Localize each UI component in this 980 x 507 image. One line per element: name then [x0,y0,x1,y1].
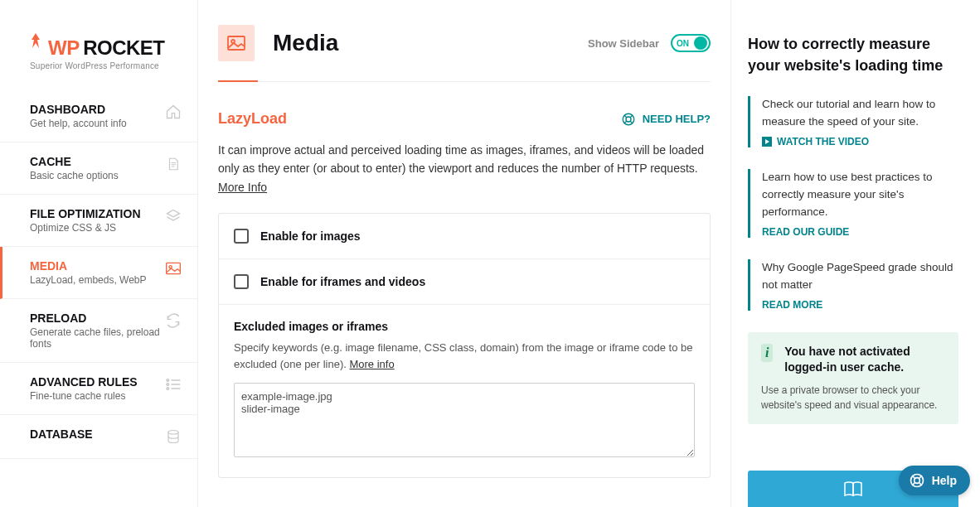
nav-sub: Optimize CSS & JS [30,222,164,234]
nav-advanced-rules[interactable]: ADVANCED RULESFine-tune cache rules [0,363,197,415]
page-title: Media [273,30,338,56]
enable-images-label: Enable for images [260,229,361,243]
nav-title: DATABASE [30,427,164,441]
lifebuoy-icon [621,112,636,127]
right-sidebar: How to correctly measure your website's … [731,0,980,507]
media-icon [218,25,255,61]
logo-rocket: ROCKET [83,36,164,59]
logo: WP ROCKET Superior WordPress Performance [0,0,197,90]
card-text: Why Google PageSpeed grade should not ma… [762,259,958,294]
tutorial-card: Check our tutorial and learn how to meas… [748,96,958,147]
enable-images-checkbox[interactable] [234,229,249,244]
nav-dashboard[interactable]: DASHBOARDGet help, account info [0,90,197,142]
nav-title: FILE OPTIMIZATION [30,207,164,220]
enable-iframes-row: Enable for iframes and videos [219,259,710,305]
more-info-link[interactable]: More Info [218,181,267,194]
sidebar-toggle[interactable]: ON [671,34,711,52]
nav-media[interactable]: MEDIALazyLoad, embeds, WebP [0,247,197,299]
excluded-block: Excluded images or iframes Specify keywo… [219,305,710,477]
pagespeed-card: Why Google PageSpeed grade should not ma… [748,259,958,311]
svg-point-4 [167,388,169,390]
lazyload-section: LazyLoad NEED HELP? It can improve actua… [218,82,711,486]
right-title: How to correctly measure your website's … [748,33,958,76]
excluded-desc: Specify keywords (e.g. image filename, C… [234,340,695,373]
excluded-title: Excluded images or iframes [234,320,695,333]
nav-file-optimization[interactable]: FILE OPTIMIZATIONOptimize CSS & JS [0,195,197,247]
svg-point-9 [626,117,631,122]
nav-title: DASHBOARD [30,103,164,116]
main: Media Show Sidebar ON LazyLoad NEED HELP… [197,0,731,507]
refresh-icon [164,311,182,330]
svg-point-5 [168,431,178,435]
toggle-label: Show Sidebar [588,37,659,50]
list-icon [164,375,182,394]
excluded-more-info-link[interactable]: More info [349,358,394,370]
image-icon [164,259,182,278]
info-subtext: Use a private browser to check your webs… [761,383,945,413]
nav-sub: Generate cache files, preload fonts [30,326,164,350]
help-text: NEED HELP? [643,113,711,125]
svg-rect-6 [228,36,245,50]
help-fab-label: Help [932,474,957,487]
svg-point-2 [167,379,169,382]
book-icon [842,480,864,497]
layers-icon [164,207,182,225]
database-icon [164,427,182,446]
info-icon: i [761,344,773,362]
play-icon [762,137,772,147]
logo-rocket-icon [30,33,41,55]
nav-database[interactable]: DATABASE [0,415,197,459]
info-box: i You have not activated logged-in user … [748,332,958,424]
nav-cache[interactable]: CACHEBasic cache options [0,142,197,195]
nav-title: MEDIA [30,259,164,273]
sidebar: WP ROCKET Superior WordPress Performance… [0,0,197,507]
nav-title: PRELOAD [30,311,164,325]
watch-video-link[interactable]: WATCH THE VIDEO [762,136,958,147]
enable-iframes-label: Enable for iframes and videos [260,275,425,288]
svg-point-3 [167,384,169,386]
info-message: You have not activated logged-in user ca… [784,344,945,376]
svg-rect-0 [167,263,181,273]
help-fab[interactable]: Help [899,466,970,495]
logo-wp: WP [48,36,80,59]
excluded-textarea[interactable] [234,383,695,457]
guide-card: Learn how to use best practices to corre… [748,169,958,238]
sidebar-toggle-group: Show Sidebar ON [588,34,711,52]
card-text: Learn how to use best practices to corre… [762,169,958,221]
nav-sub: Fine-tune cache rules [30,390,164,402]
nav-preload[interactable]: PRELOADGenerate cache files, preload fon… [0,299,197,363]
enable-iframes-checkbox[interactable] [234,274,249,289]
page-header: Media Show Sidebar ON [218,25,711,82]
toggle-knob [694,36,707,50]
nav: DASHBOARDGet help, account info CACHEBas… [0,90,197,459]
logo-subtitle: Superior WordPress Performance [30,61,167,70]
nav-title: CACHE [30,155,164,168]
nav-title: ADVANCED RULES [30,375,164,389]
toggle-on-text: ON [674,39,689,48]
card-text: Check our tutorial and learn how to meas… [762,96,958,131]
section-desc: It can improve actual and perceived load… [218,141,711,196]
nav-sub: Basic cache options [30,170,164,181]
need-help-link[interactable]: NEED HELP? [621,112,711,127]
svg-point-12 [914,478,919,484]
section-title: LazyLoad [218,110,287,128]
file-icon [164,155,182,173]
nav-sub: LazyLoad, embeds, WebP [30,274,164,286]
read-more-link[interactable]: READ MORE [762,299,958,311]
enable-images-row: Enable for images [219,214,710,259]
lifebuoy-icon [909,472,925,489]
read-guide-link[interactable]: READ OUR GUIDE [762,226,958,238]
home-icon [164,103,182,121]
nav-sub: Get help, account info [30,118,164,129]
options-box: Enable for images Enable for iframes and… [218,213,711,478]
